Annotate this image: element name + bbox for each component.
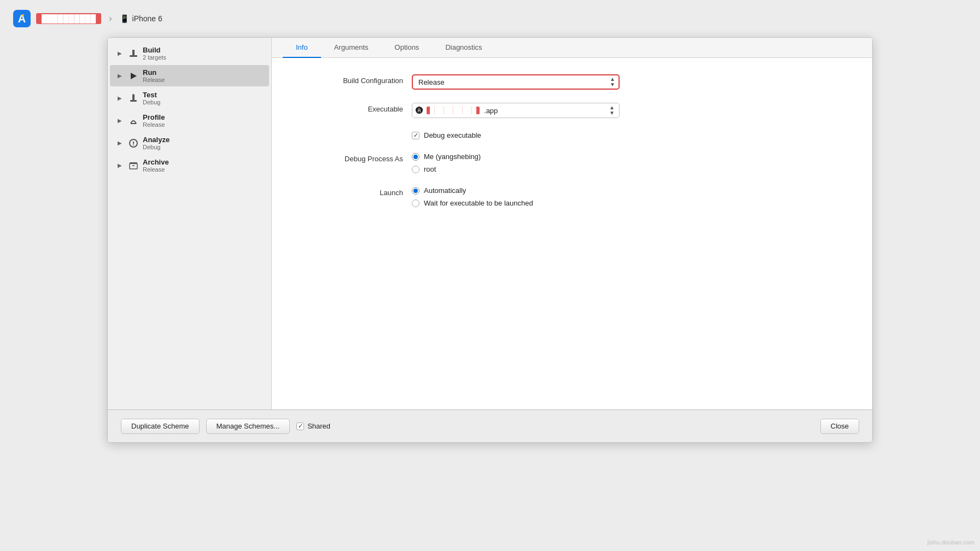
launch-wait-radio[interactable] (412, 200, 419, 207)
svg-rect-6 (130, 100, 137, 102)
launch-auto: Automatically (412, 186, 533, 195)
watermark: jishu.douban.com (928, 539, 975, 546)
sidebar-item-build[interactable]: ▶ Build 2 targets (110, 43, 269, 64)
device-label: 📱 iPhone 6 (120, 14, 162, 23)
svg-rect-4 (132, 50, 135, 55)
build-configuration-row: Build Configuration Release Debug ▲▼ (294, 74, 850, 90)
run-icon (127, 70, 139, 82)
expand-analyze[interactable]: ▶ (115, 139, 124, 148)
app-name-redacted: ██████████ (36, 13, 101, 24)
executable-row: Executable 🅐 ██████████ .app ▲▼ (294, 103, 850, 118)
executable-label: Executable (294, 103, 403, 113)
main-content: Info Arguments Options Diagnostics Build… (272, 38, 872, 409)
shared-label: Shared (307, 422, 330, 430)
profile-icon (127, 115, 139, 127)
xcode-icon: A ◀ (13, 10, 31, 27)
sidebar-profile-name: Profile (143, 113, 165, 121)
sidebar-test-sub: Debug (143, 99, 160, 105)
debug-executable-row: ✓ Debug executable (294, 131, 850, 139)
tab-info[interactable]: Info (283, 38, 321, 58)
build-configuration-control: Release Debug ▲▼ (412, 74, 620, 90)
sidebar-build-name: Build (143, 46, 166, 54)
executable-app-icon: 🅐 (416, 106, 423, 115)
debug-executable-text: Debug executable (424, 131, 481, 139)
build-configuration-label: Build Configuration (294, 74, 403, 85)
launch-auto-radio[interactable] (412, 187, 419, 195)
shared-checkbox[interactable]: ✓ (296, 423, 304, 430)
expand-profile[interactable]: ▶ (115, 116, 124, 125)
breadcrumb-chevron: › (109, 14, 112, 24)
debug-process-label: Debug Process As (294, 153, 403, 163)
sidebar-build-sub: 2 targets (143, 54, 166, 61)
sidebar-test-name: Test (143, 91, 160, 99)
launch-row: Launch Automatically Wait for executable… (294, 186, 850, 207)
sidebar-item-test[interactable]: ▶ Test Debug (110, 87, 269, 109)
expand-build[interactable]: ▶ (115, 49, 124, 58)
duplicate-scheme-button[interactable]: Duplicate Scheme (121, 419, 200, 434)
executable-suffix: .app (484, 107, 498, 115)
sidebar-item-profile[interactable]: ▶ Profile Release (110, 110, 269, 131)
expand-test[interactable]: ▶ (115, 94, 124, 103)
debug-executable-checkbox[interactable]: ✓ (412, 132, 419, 139)
tabs-bar: Info Arguments Options Diagnostics (272, 38, 872, 58)
expand-run[interactable]: ▶ (115, 72, 124, 80)
launch-label: Launch (294, 186, 403, 197)
launch-wait-label: Wait for executable to be launched (424, 199, 533, 207)
debug-process-root: root (412, 165, 481, 173)
sidebar-item-analyze[interactable]: ▶ Analyze Debug (110, 132, 269, 154)
device-name: iPhone 6 (132, 14, 162, 23)
dialog-body: ▶ Build 2 targets ▶ (108, 38, 872, 409)
debug-process-control: Me (yangshebing) root (412, 153, 481, 173)
svg-point-8 (132, 94, 135, 96)
device-icon: 📱 (120, 14, 129, 23)
archive-icon (127, 160, 139, 172)
sidebar-item-run[interactable]: ▶ Run Release (110, 65, 269, 86)
sidebar-run-name: Run (143, 68, 165, 77)
debug-process-root-radio[interactable] (412, 166, 419, 173)
tab-diagnostics[interactable]: Diagnostics (432, 38, 495, 58)
svg-marker-5 (131, 73, 137, 79)
svg-rect-13 (130, 163, 137, 169)
debug-process-me-radio[interactable] (412, 153, 419, 161)
executable-select-arrow: ▲▼ (609, 105, 615, 116)
debug-process-me: Me (yangshebing) (412, 153, 481, 161)
test-icon (127, 92, 139, 104)
manage-schemes-button[interactable]: Manage Schemes... (206, 419, 290, 434)
sidebar-archive-name: Archive (143, 158, 169, 166)
sidebar-profile-sub: Release (143, 121, 165, 128)
sidebar-analyze-name: Analyze (143, 136, 170, 144)
shared-control: ✓ Shared (296, 422, 330, 430)
sidebar-item-archive[interactable]: ▶ Archive Release (110, 155, 269, 176)
bottom-bar: Duplicate Scheme Manage Schemes... ✓ Sha… (108, 409, 872, 442)
debug-executable-label-spacer (294, 131, 403, 133)
close-button[interactable]: Close (820, 419, 859, 434)
launch-wait: Wait for executable to be launched (412, 199, 533, 207)
tab-options[interactable]: Options (382, 38, 433, 58)
build-icon (127, 48, 139, 60)
launch-control: Automatically Wait for executable to be … (412, 186, 533, 207)
debug-process-row: Debug Process As Me (yangshebing) root (294, 153, 850, 173)
launch-auto-label: Automatically (424, 186, 466, 195)
scheme-editor-dialog: ▶ Build 2 targets ▶ (107, 37, 873, 443)
svg-rect-3 (130, 55, 137, 57)
analyze-icon (127, 137, 139, 149)
build-configuration-select[interactable]: Release Debug (412, 74, 620, 90)
debug-process-root-label: root (424, 165, 436, 173)
svg-point-12 (133, 144, 134, 145)
debug-executable-control: ✓ Debug executable (412, 131, 481, 139)
expand-archive[interactable]: ▶ (115, 161, 124, 170)
tab-arguments[interactable]: Arguments (321, 38, 382, 58)
sidebar: ▶ Build 2 targets ▶ (108, 38, 272, 409)
svg-rect-14 (130, 162, 137, 164)
sidebar-archive-sub: Release (143, 166, 169, 173)
top-bar: A ◀ ██████████ › 📱 iPhone 6 (0, 0, 980, 37)
sidebar-analyze-sub: Debug (143, 144, 170, 150)
debug-process-me-label: Me (yangshebing) (424, 153, 481, 161)
executable-name-redacted: ██████████ (427, 107, 480, 114)
content-area: Build Configuration Release Debug ▲▼ Exe… (272, 58, 872, 409)
executable-control[interactable]: 🅐 ██████████ .app ▲▼ (412, 103, 620, 118)
sidebar-run-sub: Release (143, 77, 165, 83)
